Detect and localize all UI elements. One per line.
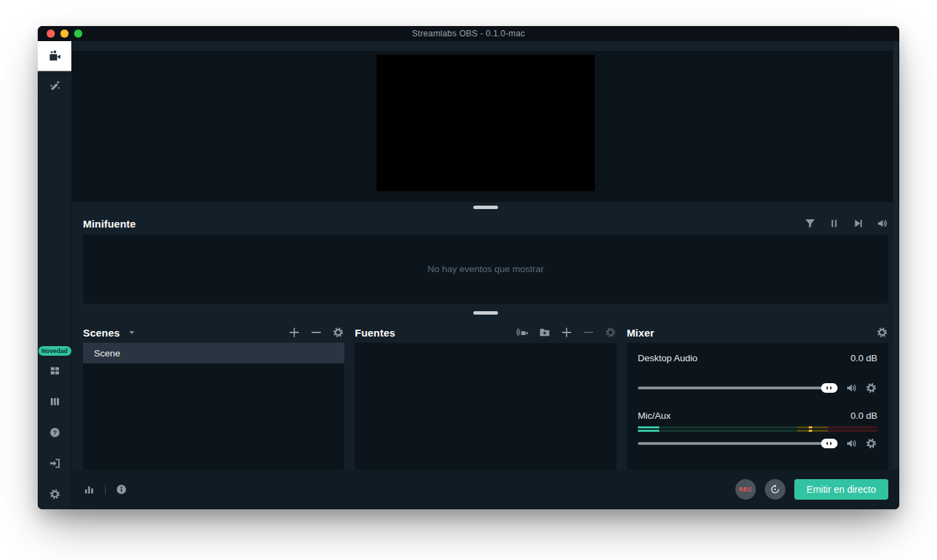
footer-bar: REC Emitir en directo <box>72 470 899 509</box>
login-icon <box>49 457 61 470</box>
magic-wand-icon <box>48 80 62 93</box>
footer-divider <box>105 485 106 494</box>
replay-icon <box>770 484 781 495</box>
source-properties-icon[interactable] <box>604 326 617 339</box>
scenes-title: Scenes <box>83 327 120 339</box>
events-empty-message: No hay eventos que mostrar <box>427 264 544 274</box>
scrollbar-track[interactable] <box>893 41 899 470</box>
gear-icon <box>49 488 61 500</box>
dashboard-grid-icon <box>49 365 61 377</box>
mic-aux-settings-icon[interactable] <box>865 437 877 450</box>
main-area: Minifuente No hay eventos que mostrar <box>72 41 899 509</box>
app-window: Streamlabs OBS - 0.1.0-mac Novedad <box>38 26 899 509</box>
sidebar-item-editor[interactable] <box>38 41 71 71</box>
notifications-info-icon[interactable] <box>115 483 128 496</box>
av-source-icon[interactable] <box>517 326 529 339</box>
video-canvas[interactable] <box>377 55 595 191</box>
sidebar-item-dashboard[interactable]: Novedad <box>38 355 71 386</box>
add-source-icon[interactable] <box>560 326 573 339</box>
resize-handle-top[interactable] <box>473 206 498 209</box>
help-icon <box>49 426 61 439</box>
replay-buffer-button[interactable] <box>765 479 785 500</box>
sources-list <box>355 343 616 470</box>
sidebar: Novedad <box>38 41 72 509</box>
go-live-button[interactable]: Emitir en directo <box>794 479 888 500</box>
mixer-settings-icon[interactable] <box>876 326 888 339</box>
minimize-window-button[interactable] <box>60 29 69 38</box>
sources-panel: Fuentes <box>355 322 616 470</box>
desktop-audio-label: Desktop Audio <box>638 353 698 363</box>
performance-metrics-icon[interactable] <box>83 483 95 496</box>
record-button-label: REC <box>739 486 752 493</box>
close-window-button[interactable] <box>47 29 55 38</box>
slider-handle[interactable] <box>821 439 838 448</box>
remove-scene-icon[interactable] <box>310 326 322 339</box>
columns-icon <box>49 395 61 408</box>
desktop-audio-db-value: 0.0 dB <box>851 353 877 363</box>
scene-settings-icon[interactable] <box>332 326 344 339</box>
mic-aux-mute-icon[interactable] <box>845 437 857 450</box>
minifeed-title: Minifuente <box>83 218 136 230</box>
scenes-list: Scene <box>83 343 344 470</box>
videocam-icon <box>48 49 62 63</box>
mic-aux-label: Mic/Aux <box>638 411 671 421</box>
events-skip-icon[interactable] <box>852 217 864 230</box>
minifeed-header: Minifuente <box>72 212 899 234</box>
events-filter-icon[interactable] <box>804 217 816 230</box>
stream-preview[interactable] <box>72 51 899 202</box>
mixer-panel: Mixer Desktop Audio 0.0 dB <box>627 322 888 470</box>
sidebar-item-layout-editor[interactable] <box>38 386 71 417</box>
mic-aux-volume-slider[interactable] <box>638 438 838 449</box>
sources-title: Fuentes <box>355 327 395 339</box>
add-scene-icon[interactable] <box>288 326 300 339</box>
slider-handle[interactable] <box>821 383 838 393</box>
mic-level-meter <box>638 426 877 432</box>
mic-aux-db-value: 0.0 dB <box>851 411 877 421</box>
titlebar[interactable]: Streamlabs OBS - 0.1.0-mac <box>38 26 899 41</box>
traffic-lights <box>47 26 82 41</box>
sidebar-item-help[interactable] <box>38 417 71 448</box>
events-list: No hay eventos que mostrar <box>83 234 888 304</box>
scene-name: Scene <box>94 348 120 358</box>
scene-list-item[interactable]: Scene <box>83 343 344 363</box>
mixer-title: Mixer <box>627 327 654 339</box>
desktop-audio-mute-icon[interactable] <box>845 382 857 394</box>
scenes-panel: Scenes Scene <box>83 322 344 470</box>
events-mute-icon[interactable] <box>876 217 888 230</box>
desktop-audio-volume-slider[interactable] <box>638 382 838 393</box>
mixer-body: Desktop Audio 0.0 dB Mic/ <box>627 343 888 470</box>
scenes-dropdown-caret[interactable] <box>127 328 137 337</box>
sidebar-item-themes[interactable] <box>38 71 71 101</box>
window-title: Streamlabs OBS - 0.1.0-mac <box>412 29 525 38</box>
events-pause-icon[interactable] <box>828 217 840 230</box>
add-folder-icon[interactable] <box>538 326 551 339</box>
zoom-window-button[interactable] <box>74 29 82 38</box>
novedad-badge: Novedad <box>38 346 71 356</box>
record-button[interactable]: REC <box>735 479 756 500</box>
preview-section <box>72 41 899 202</box>
remove-source-icon[interactable] <box>582 326 595 339</box>
sidebar-item-login[interactable] <box>38 448 71 478</box>
desktop-audio-settings-icon[interactable] <box>865 382 877 394</box>
resize-handle-bottom[interactable] <box>473 311 498 315</box>
sidebar-item-settings[interactable] <box>38 478 71 509</box>
